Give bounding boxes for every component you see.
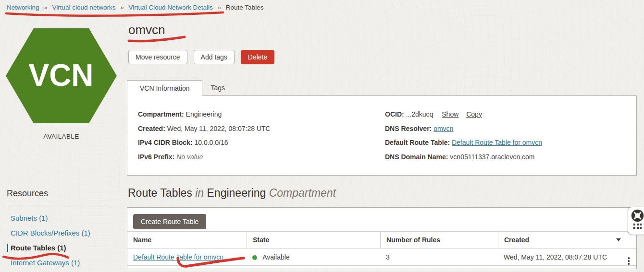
sidebar-item-label: Route Tables (1) — [11, 244, 66, 252]
field-label: IPv6 Prefix: — [138, 153, 174, 161]
page-title: omvcn — [128, 23, 165, 37]
info-row-ipv6-prefix: IPv6 Prefix: No value — [138, 153, 271, 161]
sidebar-item-subnets[interactable]: Subnets (1) — [7, 214, 116, 222]
info-row-dns-domain: DNS Domain Name: vcn05111337.oraclevcn.c… — [385, 153, 542, 161]
field-value: 10.0.0.0/16 — [194, 139, 228, 146]
delete-button[interactable]: Delete — [241, 50, 274, 64]
breadcrumb-route-tables: Route Tables — [226, 4, 264, 11]
available-status-dot — [252, 255, 257, 260]
status-label: AVAILABLE — [6, 133, 117, 140]
field-label: DNS Domain Name: — [385, 153, 448, 161]
tab-bar: VCN Information Tags — [127, 80, 233, 96]
field-value: vcn05111337.oraclevcn.com — [450, 153, 534, 161]
sidebar-item-cidr-blocks[interactable]: CIDR Blocks/Prefixes (1) — [7, 229, 116, 237]
info-row-ocid: OCID: ...2dkucq Show Copy — [385, 110, 542, 118]
field-label: Default Route Table: — [385, 139, 450, 146]
default-route-table-link[interactable]: Default Route Table for omvcn — [452, 139, 542, 146]
table-header-row: Name State Number of Rules Created — [127, 231, 636, 248]
create-route-table-button[interactable]: Create Route Table — [133, 214, 206, 229]
annotation-breadcrumb-underline — [6, 12, 223, 16]
field-value: ...2dkucq — [406, 110, 433, 118]
app-grid-icon[interactable] — [633, 224, 642, 229]
breadcrumb-separator: » — [44, 4, 48, 11]
ocid-show-link[interactable]: Show — [442, 110, 458, 118]
route-table-link[interactable]: Default Route Table for omvcn — [133, 253, 223, 261]
info-column-left: Compartment: Engineering Created: Wed, M… — [138, 110, 271, 167]
section-heading-compartment-name: Engineering — [207, 187, 266, 199]
field-label: DNS Resolver: — [385, 125, 432, 132]
annotation-title-underline — [129, 37, 185, 41]
field-label: IPv4 CIDR Block: — [138, 139, 193, 146]
cell-state: Available — [247, 253, 380, 261]
route-tables-card: Create Route Table Name State Number of … — [127, 207, 637, 269]
cell-name: Default Route Table for omvcn — [127, 253, 247, 261]
add-tags-button[interactable]: Add tags — [194, 50, 235, 64]
sidebar-item-label: Internet Gateways (1) — [11, 259, 80, 267]
floating-help-widget[interactable] — [628, 207, 644, 235]
state-label: Available — [262, 253, 290, 261]
divider — [7, 205, 114, 205]
section-heading: Route Tables in Engineering Compartment — [128, 187, 336, 200]
created-value: Wed, May 11, 2022, 08:07:28 UTC — [504, 253, 607, 261]
section-heading-in: in — [195, 187, 204, 199]
field-value: No value — [176, 153, 203, 161]
field-label: OCID: — [385, 110, 404, 118]
tab-tags[interactable]: Tags — [202, 80, 233, 96]
column-header-number-of-rules[interactable]: Number of Rules — [380, 232, 498, 248]
field-value: Wed, May 11, 2022, 08:07:28 UTC — [167, 125, 271, 132]
vcn-hexagon-icon: VCN — [6, 28, 117, 123]
sidebar-item-internet-gateways[interactable]: Internet Gateways (1) — [7, 259, 116, 267]
info-row-ipv4-cidr: IPv4 CIDR Block: 10.0.0.0/16 — [138, 139, 271, 146]
section-heading-route-tables: Route Tables — [128, 187, 192, 199]
info-column-right: OCID: ...2dkucq Show Copy DNS Resolver: … — [385, 110, 542, 167]
cell-number-of-rules: 3 — [380, 253, 498, 261]
breadcrumb-vcn-details[interactable]: Virtual Cloud Network Details — [128, 4, 212, 11]
oci-console-page: Networking » Virtual cloud networks » Vi… — [0, 0, 644, 272]
field-value: Engineering — [186, 110, 222, 118]
move-resource-button[interactable]: Move resource — [128, 50, 187, 64]
field-label: Created: — [138, 125, 165, 132]
resources-sidebar: Resources Subnets (1) CIDR Blocks/Prefix… — [7, 189, 116, 272]
vcn-icon-label: VCN — [28, 58, 93, 93]
sidebar-item-label: Subnets (1) — [11, 214, 48, 222]
action-buttons: Move resource Add tags Delete — [128, 50, 274, 64]
row-actions-kebab-menu[interactable] — [628, 257, 630, 265]
column-header-created[interactable]: Created — [498, 232, 636, 248]
resources-heading: Resources — [7, 189, 116, 199]
tab-vcn-information[interactable]: VCN Information — [127, 80, 202, 96]
breadcrumb-separator: » — [218, 4, 222, 11]
field-label: Compartment: — [138, 110, 184, 118]
vcn-information-panel: Compartment: Engineering Created: Wed, M… — [127, 95, 637, 176]
column-header-state[interactable]: State — [247, 232, 380, 248]
column-header-name[interactable]: Name — [127, 232, 247, 248]
breadcrumb-virtual-cloud-networks[interactable]: Virtual cloud networks — [52, 4, 116, 11]
ocid-copy-link[interactable]: Copy — [466, 110, 482, 118]
help-lifebuoy-icon[interactable] — [631, 209, 644, 222]
breadcrumb: Networking » Virtual cloud networks » Vi… — [7, 4, 263, 11]
info-row-created: Created: Wed, May 11, 2022, 08:07:28 UTC — [138, 125, 271, 132]
info-row-dns-resolver: DNS Resolver: omvcn — [385, 125, 542, 132]
table-row: Default Route Table for omvcn Available … — [127, 249, 636, 266]
breadcrumb-separator: » — [120, 4, 124, 11]
dns-resolver-link[interactable]: omvcn — [433, 125, 453, 132]
sidebar-item-route-tables[interactable]: Route Tables (1) — [7, 244, 116, 252]
section-heading-compartment: Compartment — [269, 187, 336, 199]
breadcrumb-networking[interactable]: Networking — [7, 4, 39, 11]
info-row-default-route-table: Default Route Table: Default Route Table… — [385, 139, 542, 146]
sort-descending-icon[interactable] — [616, 238, 621, 241]
cell-created: Wed, May 11, 2022, 08:07:28 UTC — [498, 253, 636, 261]
column-header-label: Created — [504, 236, 529, 244]
sidebar-item-label: CIDR Blocks/Prefixes (1) — [11, 229, 90, 237]
info-row-compartment: Compartment: Engineering — [138, 110, 271, 118]
